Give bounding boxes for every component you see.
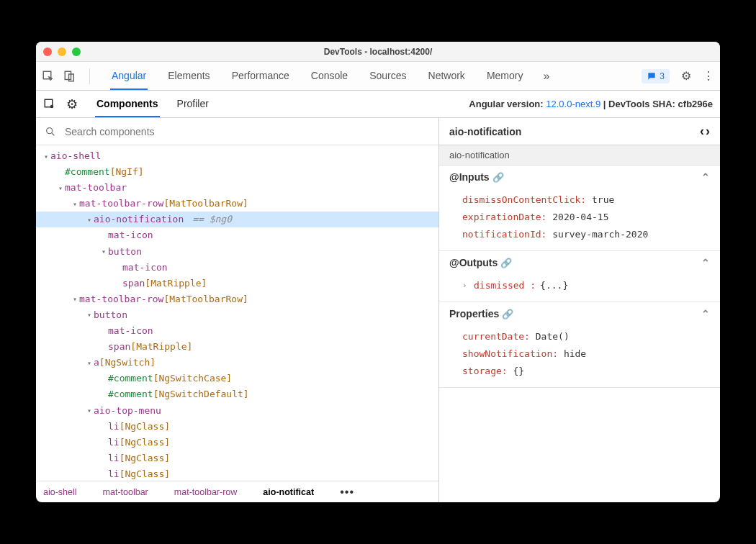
- chevron-down-icon[interactable]: ▾: [85, 357, 94, 369]
- tree-row[interactable]: mat-icon: [36, 227, 438, 243]
- nav-next-icon[interactable]: ›: [706, 124, 710, 139]
- svg-point-5: [47, 127, 53, 133]
- tree-directive: [MatToolbarRow]: [163, 196, 248, 212]
- tree-tag: li: [108, 435, 120, 450]
- tree-row[interactable]: ▾button: [36, 244, 438, 260]
- inspect-icon[interactable]: [42, 70, 55, 83]
- section-header[interactable]: @Inputs🔗⌃: [439, 166, 720, 189]
- property-row[interactable]: currentDate: Date(): [462, 328, 710, 345]
- close-icon[interactable]: [43, 47, 52, 56]
- tree-row[interactable]: ▾mat-toolbar-row[MatToolbarRow]: [36, 196, 438, 212]
- tree-row[interactable]: span[MatRipple]: [36, 276, 438, 291]
- breadcrumb-item[interactable]: mat-toolbar-row: [174, 487, 238, 497]
- property-row[interactable]: dismissOnContentClick: true: [462, 191, 710, 209]
- chevron-down-icon[interactable]: ▾: [71, 293, 79, 305]
- tree-row[interactable]: #comment[NgSwitchDefault]: [36, 386, 438, 402]
- tree-row[interactable]: span[MatRipple]: [36, 339, 438, 355]
- breadcrumb-item[interactable]: aio-notificat: [263, 487, 314, 497]
- tree-row[interactable]: #comment[NgIf]: [36, 164, 438, 180]
- maximize-icon[interactable]: [72, 47, 81, 56]
- output-row[interactable]: ›dismissed : {...}: [462, 277, 710, 294]
- tree-tag: span: [108, 339, 130, 355]
- tree-row[interactable]: ▾a[NgSwitch]: [36, 355, 438, 371]
- tree-row[interactable]: li[NgClass]: [36, 419, 438, 435]
- section-body: dismissOnContentClick: trueexpirationDat…: [439, 189, 720, 250]
- tree-row[interactable]: li[NgClass]: [36, 435, 438, 450]
- breadcrumb-more-icon[interactable]: •••: [340, 486, 354, 499]
- messages-badge[interactable]: 3: [642, 69, 670, 83]
- chevron-down-icon[interactable]: ▾: [85, 309, 94, 321]
- details-section: Properties🔗⌃currentDate: Date()showNotif…: [439, 302, 720, 388]
- tree-tag: aio-shell: [50, 148, 101, 164]
- tree-directive: [NgIf]: [110, 164, 144, 180]
- section-header[interactable]: @Outputs🔗⌃: [439, 251, 720, 274]
- kebab-icon[interactable]: ⋮: [703, 69, 714, 83]
- tree-row[interactable]: #comment[NgSwitchCase]: [36, 371, 438, 386]
- breadcrumb-item[interactable]: aio-shell: [43, 487, 77, 497]
- tab-angular[interactable]: Angular: [110, 63, 148, 90]
- property-row[interactable]: expirationDate: 2020-04-15: [462, 209, 710, 226]
- gear-icon[interactable]: ⚙: [681, 69, 691, 83]
- tree-row[interactable]: ▾button: [36, 307, 438, 323]
- tab-performance[interactable]: Performance: [230, 63, 291, 90]
- tree-row[interactable]: ▾mat-toolbar-row[MatToolbarRow]: [36, 291, 438, 307]
- property-row[interactable]: notificationId: survey-march-2020: [462, 226, 710, 243]
- tree-directive: [NgSwitchCase]: [153, 371, 233, 386]
- details-section: @Inputs🔗⌃dismissOnContentClick: trueexpi…: [439, 166, 720, 251]
- chevron-down-icon[interactable]: ▾: [99, 245, 108, 258]
- section-title: @Outputs: [449, 257, 498, 268]
- angular-version: 12.0.0-next.9: [546, 99, 600, 109]
- property-key: currentDate:: [462, 331, 536, 342]
- window-title: DevTools - localhost:4200/: [36, 47, 720, 57]
- chevron-down-icon[interactable]: ▾: [85, 404, 94, 417]
- subtab-profiler[interactable]: Profiler: [176, 91, 210, 117]
- property-row[interactable]: storage: {}: [462, 363, 710, 380]
- tree-tag: button: [94, 307, 127, 323]
- tree-row[interactable]: li[NgClass]: [36, 466, 438, 481]
- chevron-right-icon[interactable]: ›: [462, 278, 469, 293]
- chevron-up-icon[interactable]: ⌃: [701, 171, 710, 183]
- section-header[interactable]: Properties🔗⌃: [439, 302, 720, 325]
- tree-row[interactable]: mat-icon: [36, 323, 438, 339]
- tree-row[interactable]: ▾aio-top-menu: [36, 403, 438, 419]
- link-icon[interactable]: 🔗: [500, 258, 512, 268]
- tab-sources[interactable]: Sources: [368, 63, 408, 90]
- chevron-down-icon[interactable]: ▾: [71, 198, 79, 210]
- settings-icon[interactable]: ⚙: [66, 96, 78, 112]
- component-tree[interactable]: ▾aio-shell#comment[NgIf]▾mat-toolbar▾mat…: [36, 145, 438, 481]
- tabs-overflow-icon[interactable]: »: [543, 70, 549, 83]
- tab-memory[interactable]: Memory: [485, 63, 525, 90]
- link-icon[interactable]: 🔗: [502, 309, 513, 319]
- tab-console[interactable]: Console: [310, 63, 349, 90]
- device-icon[interactable]: [63, 70, 76, 83]
- chevron-down-icon[interactable]: ▾: [42, 150, 50, 163]
- nav-prev-icon[interactable]: ‹: [700, 124, 704, 139]
- component-tree-pane: ▾aio-shell#comment[NgIf]▾mat-toolbar▾mat…: [36, 118, 439, 502]
- tree-tag: mat-toolbar-row: [79, 291, 163, 307]
- svg-rect-1: [65, 71, 71, 79]
- tree-directive: [NgClass]: [120, 450, 170, 466]
- tab-network[interactable]: Network: [427, 63, 467, 90]
- breadcrumb-item[interactable]: mat-toolbar: [103, 487, 148, 497]
- tree-tag: aio-notification: [94, 212, 184, 227]
- tree-row[interactable]: ▾mat-toolbar: [36, 180, 438, 196]
- tree-row[interactable]: mat-icon: [36, 260, 438, 276]
- link-icon[interactable]: 🔗: [492, 172, 504, 183]
- tab-elements[interactable]: Elements: [166, 63, 211, 90]
- angular-subbar: ⚙ ComponentsProfiler Angular version: 12…: [36, 91, 720, 118]
- traffic-lights: [43, 47, 81, 56]
- search-input[interactable]: [65, 126, 430, 137]
- pick-component-icon[interactable]: [43, 98, 56, 111]
- tree-row[interactable]: ▾aio-notification== $ng0: [36, 212, 438, 227]
- minimize-icon[interactable]: [58, 47, 66, 56]
- version-info: Angular version: 12.0.0-next.9 | DevTool…: [469, 99, 713, 109]
- tree-row[interactable]: ▾aio-shell: [36, 148, 438, 164]
- subtab-components[interactable]: Components: [95, 91, 160, 117]
- titlebar: DevTools - localhost:4200/: [36, 42, 720, 62]
- tree-row[interactable]: li[NgClass]: [36, 450, 438, 466]
- chevron-down-icon[interactable]: ▾: [56, 182, 65, 194]
- chevron-up-icon[interactable]: ⌃: [701, 308, 710, 319]
- chevron-up-icon[interactable]: ⌃: [701, 257, 710, 268]
- property-row[interactable]: showNotification: hide: [462, 345, 710, 363]
- chevron-down-icon[interactable]: ▾: [85, 214, 94, 226]
